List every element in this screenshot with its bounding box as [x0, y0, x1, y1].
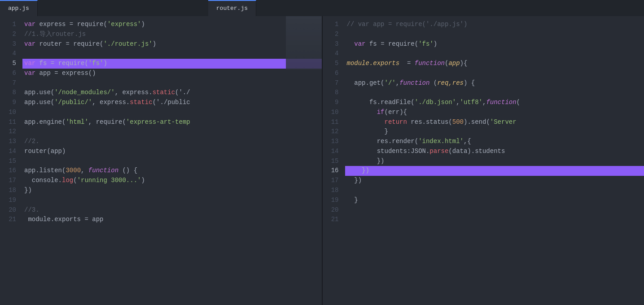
code-line: }: [345, 127, 644, 137]
line-number: 5: [0, 59, 16, 69]
code-line: var router = require('./router.js'): [22, 39, 322, 49]
code-line: [22, 49, 322, 59]
line-number: 17: [323, 176, 339, 186]
code-line: var app = express(): [22, 69, 322, 78]
code-line: app.use('/node_modules/', express.static…: [22, 88, 322, 98]
left-code-content[interactable]: var express = require('express')//1.导入ro…: [21, 16, 322, 305]
line-number: 21: [323, 215, 339, 225]
code-line: [22, 127, 322, 137]
code-line: [22, 157, 322, 166]
code-line: }): [345, 157, 644, 166]
right-code-area: 123456789101112131415161718192021 // var…: [323, 16, 644, 305]
line-number: 11: [323, 118, 339, 127]
code-line: [345, 205, 644, 215]
tab-app-js[interactable]: app.js: [0, 0, 38, 16]
line-number: 1: [0, 20, 16, 30]
tab-app-js-label: app.js: [8, 4, 29, 13]
code-line: //2.: [22, 137, 322, 147]
line-number: 4: [0, 49, 16, 59]
line-number: 7: [0, 78, 16, 88]
line-number: 16: [0, 166, 16, 176]
line-number: 6: [0, 69, 16, 78]
code-line: if(err){: [345, 108, 644, 118]
left-minimap: [286, 16, 322, 70]
code-line: module.exports = function(app){: [345, 59, 644, 69]
line-number: 8: [0, 88, 16, 98]
right-editor-pane: 123456789101112131415161718192021 // var…: [322, 16, 644, 305]
line-number: 2: [323, 30, 339, 39]
line-number: 15: [323, 157, 339, 166]
line-number: 14: [323, 147, 339, 157]
line-number: 11: [0, 118, 16, 127]
line-number: 4: [323, 49, 339, 59]
line-number: 18: [0, 186, 16, 196]
line-number: 9: [323, 98, 339, 108]
code-line: console.log('running 3000...'): [22, 176, 322, 186]
line-number: 19: [0, 196, 16, 205]
code-line: app.use('/public/', express.static('./pu…: [22, 98, 322, 108]
code-line: return res.status(500).send('Server: [345, 118, 644, 127]
code-line: }: [345, 196, 644, 205]
line-number: 18: [323, 186, 339, 196]
line-number: 15: [0, 157, 16, 166]
code-line: [345, 215, 644, 225]
tab-router-js-label: router.js: [216, 4, 248, 13]
tab-router-js[interactable]: router.js: [208, 0, 256, 16]
editors-container: 123456789101112131415161718192021 var ex…: [0, 16, 644, 305]
code-line: [345, 49, 644, 59]
code-line: var fs = require('fs'): [345, 39, 644, 49]
line-number: 14: [0, 147, 16, 157]
left-line-numbers: 123456789101112131415161718192021: [0, 16, 21, 305]
code-line: app.listen(3000, function () {: [22, 166, 322, 176]
right-code-content[interactable]: // var app = require('./app.js') var fs …: [343, 16, 644, 305]
code-line: }): [22, 186, 322, 196]
code-line: var fs = require('fs'): [22, 59, 322, 69]
line-number: 2: [0, 30, 16, 39]
code-line: module.exports = app: [22, 215, 322, 225]
line-number: 3: [0, 39, 16, 49]
code-line: }): [345, 166, 644, 176]
line-number: 7: [323, 78, 339, 88]
line-number: 10: [323, 108, 339, 118]
code-line: app.get('/',function (req,res) {: [345, 78, 644, 88]
line-number: 12: [0, 127, 16, 137]
code-line: var express = require('express'): [22, 20, 322, 30]
line-number: 20: [0, 205, 16, 215]
line-number: 16: [323, 166, 339, 176]
line-number: 13: [0, 137, 16, 147]
line-number: 6: [323, 69, 339, 78]
line-number: 1: [323, 20, 339, 30]
code-line: [345, 88, 644, 98]
code-line: [22, 108, 322, 118]
line-number: 21: [0, 215, 16, 225]
left-code-area: 123456789101112131415161718192021 var ex…: [0, 16, 322, 305]
code-line: res.render('index.html',{: [345, 137, 644, 147]
code-line: [345, 186, 644, 196]
code-line: app.engine('html', require('express-art-…: [22, 118, 322, 127]
left-editor-pane: 123456789101112131415161718192021 var ex…: [0, 16, 322, 305]
line-number: 10: [0, 108, 16, 118]
line-number: 17: [0, 176, 16, 186]
code-line: router(app): [22, 147, 322, 157]
code-line: [22, 196, 322, 205]
code-line: [345, 30, 644, 39]
line-number: 3: [323, 39, 339, 49]
right-line-numbers: 123456789101112131415161718192021: [323, 16, 343, 305]
code-line: //1.导入router.js: [22, 30, 322, 39]
code-line: }): [345, 176, 644, 186]
tabs-bar: app.js router.js: [0, 0, 644, 16]
code-line: // var app = require('./app.js'): [345, 20, 644, 30]
line-number: 19: [323, 196, 339, 205]
code-line: //3.: [22, 205, 322, 215]
line-number: 9: [0, 98, 16, 108]
line-number: 5: [323, 59, 339, 69]
line-number: 20: [323, 205, 339, 215]
code-line: students:JSON.parse(data).students: [345, 147, 644, 157]
code-line: [345, 69, 644, 78]
code-line: fs.readFile('./db.json','utf8',function(: [345, 98, 644, 108]
line-number: 12: [323, 127, 339, 137]
code-line: [22, 78, 322, 88]
line-number: 13: [323, 137, 339, 147]
line-number: 8: [323, 88, 339, 98]
